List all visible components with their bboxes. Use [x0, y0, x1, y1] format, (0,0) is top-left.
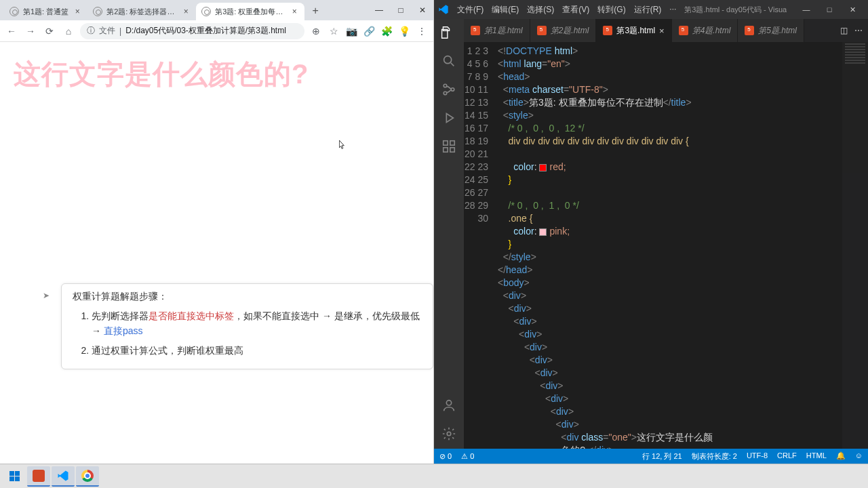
vscode-menubar: 文件(F) 编辑(E) 选择(S) 查看(V) 转到(G) 运行(R) ···	[457, 4, 676, 16]
url-path: D:/day05代码/03-权重叠加计算题/第3题.html	[125, 25, 286, 37]
html-file-icon	[603, 26, 612, 35]
windows-logo-icon	[9, 471, 20, 481]
html-file-icon	[679, 26, 688, 35]
editor-tab-1[interactable]: 第1题.html	[464, 19, 530, 42]
status-language[interactable]: HTML	[806, 451, 827, 462]
browser-tab-3[interactable]: 第3题: 权重叠加每位不存在进制 ×	[196, 3, 304, 20]
address-bar[interactable]: ⓘ 文件 | D:/day05代码/03-权重叠加计算题/第3题.html	[80, 23, 304, 39]
editor-tab-4[interactable]: 第4题.html	[672, 19, 738, 42]
tab-label: 第1题: 普通篮	[23, 7, 68, 17]
svg-point-3	[451, 88, 454, 92]
home-button[interactable]: ⌂	[61, 24, 76, 39]
globe-icon	[9, 7, 19, 16]
minimize-button[interactable]: —	[368, 0, 390, 20]
start-button[interactable]	[3, 466, 26, 487]
status-cursor-pos[interactable]: 行 12, 列 21	[642, 451, 682, 462]
lamp-icon[interactable]: 💡	[397, 24, 412, 39]
explorer-icon[interactable]	[434, 24, 460, 41]
close-icon[interactable]: ×	[290, 7, 299, 16]
forward-button[interactable]: →	[23, 24, 38, 39]
status-encoding[interactable]: UTF-8	[747, 451, 768, 462]
menu-view[interactable]: 查看(V)	[562, 4, 589, 16]
vscode-icon	[57, 470, 69, 482]
globe-icon	[201, 7, 211, 16]
tab-label: 第2题: 标签选择器选择一类	[106, 7, 177, 17]
chrome-window-controls: — □ ✕	[368, 0, 433, 20]
debug-icon[interactable]	[441, 110, 457, 126]
taskbar-chrome[interactable]	[76, 466, 99, 487]
menu-goto[interactable]: 转到(G)	[597, 4, 625, 16]
editor-area: 第1题.html 第2题.html 第3题.html× 第4题.html 第5题…	[464, 19, 868, 449]
maximize-button[interactable]: □	[818, 0, 841, 19]
window-title: 第3题.html - day05代码 - Visual Stu...	[684, 5, 787, 15]
vscode-titlebar: 文件(F) 编辑(E) 选择(S) 查看(V) 转到(G) 运行(R) ··· …	[434, 0, 868, 19]
status-errors[interactable]: ⊘ 0	[439, 452, 452, 461]
code-editor[interactable]: 1 2 3 4 5 6 7 8 9 10 11 12 13 14 15 16 1…	[464, 42, 868, 449]
svg-rect-4	[443, 141, 448, 145]
accounts-icon[interactable]	[441, 397, 457, 413]
editor-tab-3[interactable]: 第3题.html×	[596, 19, 671, 42]
editor-tab-5[interactable]: 第5题.html	[738, 19, 804, 42]
status-warnings[interactable]: ⚠ 0	[461, 452, 474, 461]
search-icon[interactable]	[441, 53, 457, 69]
code-content: <!DOCTYPE html> <html lang="en"> <head> …	[498, 42, 868, 449]
new-tab-button[interactable]: +	[307, 3, 323, 19]
status-bar: ⊘ 0 ⚠ 0 行 12, 列 21 制表符长度: 2 UTF-8 CRLF H…	[434, 449, 868, 464]
menu-icon[interactable]: ⋮	[414, 24, 429, 39]
minimize-button[interactable]: —	[795, 0, 818, 19]
star-icon[interactable]: ☆	[326, 24, 341, 39]
back-button[interactable]: ←	[4, 24, 19, 39]
close-button[interactable]: ✕	[841, 0, 864, 19]
scheme-label: 文件	[99, 25, 115, 37]
close-icon[interactable]: ×	[181, 7, 191, 16]
taskbar-powerpoint[interactable]	[27, 466, 50, 487]
more-icon[interactable]: ⋯	[854, 26, 863, 35]
feedback-icon[interactable]: ☺	[855, 451, 863, 462]
powerpoint-icon	[33, 470, 45, 482]
status-indent[interactable]: 制表符长度: 2	[692, 451, 737, 462]
notes-item-2: 通过权重计算公式，判断谁权重最高	[92, 343, 422, 358]
editor-tab-2[interactable]: 第2题.html	[530, 19, 597, 42]
maximize-button[interactable]: □	[390, 0, 412, 20]
menu-file[interactable]: 文件(F)	[457, 4, 484, 16]
cursor-icon	[339, 140, 346, 150]
scm-icon[interactable]	[441, 81, 457, 98]
reload-button[interactable]: ⟳	[42, 24, 57, 39]
share-icon[interactable]: 🔗	[361, 24, 376, 39]
line-numbers: 1 2 3 4 5 6 7 8 9 10 11 12 13 14 15 16 1…	[464, 42, 498, 449]
vscode-body: 第1题.html 第2题.html 第3题.html× 第4题.html 第5题…	[434, 19, 868, 449]
chrome-toolbar: ← → ⟳ ⌂ ⓘ 文件 | D:/day05代码/03-权重叠加计算题/第3题…	[0, 20, 433, 42]
menu-run[interactable]: 运行(R)	[634, 4, 662, 16]
close-icon[interactable]: ×	[659, 26, 665, 36]
split-editor-icon[interactable]: ◫	[840, 26, 848, 35]
camera-icon[interactable]: 📷	[344, 24, 359, 39]
color-swatch-pink-icon	[539, 228, 547, 236]
activity-bar	[434, 19, 464, 449]
taskbar-vscode[interactable]	[52, 466, 75, 487]
svg-point-0	[444, 56, 452, 64]
notes-title: 权重计算题解题步骤：	[73, 291, 422, 303]
chevron-right-icon: ➤	[43, 291, 50, 300]
svg-rect-5	[443, 148, 448, 152]
browser-tab-2[interactable]: 第2题: 标签选择器选择一类 ×	[87, 3, 196, 20]
html-file-icon	[745, 26, 754, 35]
zoom-icon[interactable]: ⊕	[309, 24, 323, 39]
html-file-icon	[471, 26, 480, 35]
editor-tab-actions: ◫ ⋯	[835, 19, 868, 42]
bell-icon[interactable]: 🔔	[836, 451, 846, 462]
menu-more[interactable]: ···	[669, 4, 676, 16]
menu-edit[interactable]: 编辑(E)	[492, 4, 519, 16]
minimap[interactable]	[842, 42, 868, 449]
close-icon[interactable]: ×	[73, 7, 82, 16]
gear-icon[interactable]	[441, 426, 457, 442]
svg-point-9	[447, 432, 451, 436]
status-eol[interactable]: CRLF	[777, 451, 797, 462]
extensions-icon[interactable]	[441, 138, 457, 155]
browser-tab-1[interactable]: 第1题: 普通篮 ×	[4, 3, 87, 20]
menu-select[interactable]: 选择(S)	[527, 4, 554, 16]
editor-tabs: 第1题.html 第2题.html 第3题.html× 第4题.html 第5题…	[464, 19, 868, 42]
close-button[interactable]: ✕	[412, 0, 433, 20]
svg-point-2	[443, 92, 447, 95]
page-heading: 这行文字是什么颜色的?	[14, 56, 420, 93]
extensions-icon[interactable]: 🧩	[379, 24, 394, 39]
